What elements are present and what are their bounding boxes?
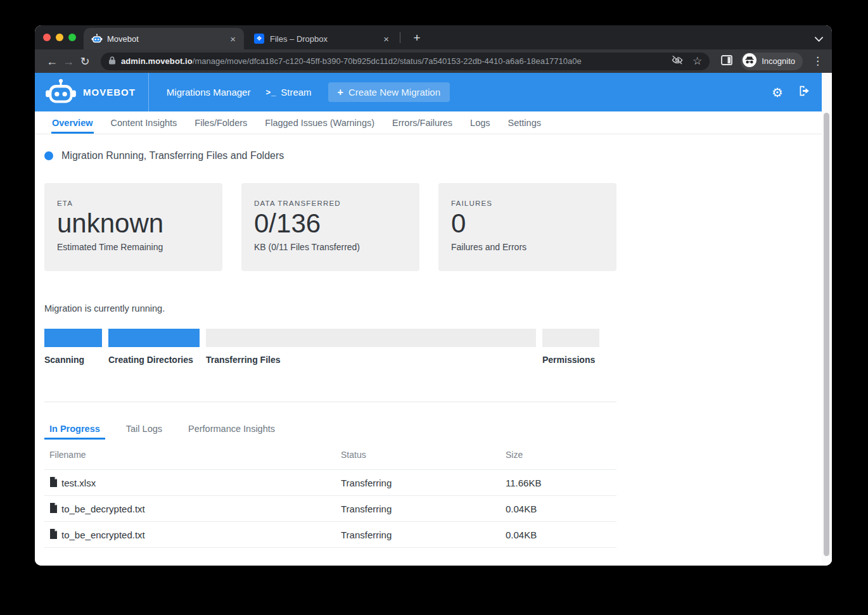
tab-overview[interactable]: Overview: [51, 111, 94, 134]
create-button-label: Create New Migration: [348, 87, 440, 98]
tab-content-insights[interactable]: Content Insights: [110, 111, 178, 134]
subtab-in-progress[interactable]: In Progress: [44, 420, 105, 440]
url-host: admin.movebot.io: [121, 56, 193, 66]
cell-filename: to_be_decrypted.txt: [61, 504, 145, 514]
lock-icon: [108, 56, 116, 67]
stage-label: Scanning: [44, 355, 102, 365]
back-button[interactable]: ←: [44, 56, 60, 67]
section-divider: [44, 402, 616, 402]
zoom-button[interactable]: [68, 34, 76, 41]
window-controls: [43, 34, 76, 41]
file-icon: [49, 503, 58, 515]
card-label: FAILURES: [451, 200, 604, 207]
stage-progress-bar: [206, 329, 536, 347]
cell-size: 0.04KB: [506, 504, 616, 514]
movebot-logo-icon: [45, 79, 77, 106]
browser-menu-icon[interactable]: ⋮: [812, 54, 823, 68]
nav-stream-label: Stream: [281, 87, 311, 98]
tab-logs[interactable]: Logs: [469, 111, 490, 134]
browser-window: Movebot × ❖ Files – Dropbox × + ← → ↻: [35, 25, 832, 566]
detail-tab-bar: In Progress Tail Logs Performance Insigh…: [44, 420, 616, 440]
stage-progress-bar: [108, 329, 200, 347]
tab-title: Files – Dropbox: [270, 34, 381, 44]
status-dot-icon: [44, 151, 53, 160]
nav-stream[interactable]: >_ Stream: [265, 87, 311, 98]
failures-card: FAILURES 0 Failures and Errors: [438, 183, 616, 271]
card-value: 0/136: [254, 209, 407, 238]
scrollbar-thumb[interactable]: [824, 113, 829, 556]
page-scrollbar[interactable]: [822, 73, 832, 566]
header-divider: [148, 73, 149, 111]
stage-label: Permissions: [542, 355, 599, 365]
stage-transferring-files: Transferring Files: [206, 329, 536, 365]
stage-creating-directories: Creating Directories: [108, 329, 200, 365]
eta-card: ETA unknown Estimated Time Remaining: [44, 183, 222, 271]
new-tab-button[interactable]: +: [407, 29, 426, 48]
column-filename: Filename: [49, 450, 341, 460]
screen: Movebot × ❖ Files – Dropbox × + ← → ↻: [0, 0, 868, 615]
tab-flagged-issues[interactable]: Flagged Issues (Warnings): [264, 111, 375, 134]
migration-status-line: Migration Running, Transferring Files an…: [44, 151, 616, 161]
sign-out-icon[interactable]: [798, 86, 810, 99]
cell-size: 11.66KB: [506, 478, 616, 488]
table-row: to_be_encrypted.txt Transferring 0.04KB: [44, 522, 616, 548]
address-bar[interactable]: admin.movebot.io /manage/move/dfca18c7-c…: [101, 53, 710, 70]
tab-errors-failures[interactable]: Errors/Failures: [392, 111, 453, 134]
card-value: unknown: [57, 209, 210, 238]
page-tab-bar: Overview Content Insights Files/Folders …: [35, 111, 822, 134]
metric-cards: ETA unknown Estimated Time Remaining DAT…: [44, 183, 616, 271]
create-new-migration-button[interactable]: + Create New Migration: [328, 82, 450, 102]
table-row: to_be_decrypted.txt Transferring 0.04KB: [44, 496, 616, 522]
close-button[interactable]: [43, 34, 51, 41]
column-size: Size: [506, 450, 616, 460]
running-message: Migration is currently running.: [44, 303, 616, 314]
terminal-prompt-icon: >_: [265, 87, 276, 97]
tab-files-folders[interactable]: Files/Folders: [194, 111, 248, 134]
bookmark-star-icon[interactable]: ☆: [692, 54, 702, 68]
browser-tab-movebot[interactable]: Movebot ×: [84, 28, 244, 49]
subtab-tail-logs[interactable]: Tail Logs: [121, 420, 167, 440]
stage-label: Creating Directories: [108, 355, 200, 365]
nav-migrations-manager[interactable]: Migrations Manager: [167, 87, 251, 98]
reload-button[interactable]: ↻: [77, 56, 93, 67]
card-subtext: Estimated Time Remaining: [57, 242, 210, 252]
plus-icon: +: [338, 87, 343, 98]
eye-off-icon[interactable]: [671, 55, 684, 68]
stage-progress-bar: [44, 329, 102, 347]
incognito-badge: Incognito: [741, 53, 803, 70]
stage-label: Transferring Files: [206, 355, 536, 365]
app-header: MOVEBOT Migrations Manager >_ Stream + C…: [35, 73, 822, 111]
tab-search-chevron-icon[interactable]: [815, 33, 823, 44]
subtab-performance-insights[interactable]: Performance Insights: [183, 420, 280, 440]
side-panel-icon[interactable]: [721, 55, 732, 68]
card-label: DATA TRANSFERRED: [254, 200, 407, 207]
close-tab-icon[interactable]: ×: [381, 34, 391, 44]
movebot-favicon: [91, 34, 101, 44]
in-progress-table: Filename Status Size test.xlsx Transferr…: [44, 440, 616, 548]
cell-filename: test.xlsx: [61, 478, 96, 488]
browser-toolbar: ← → ↻ admin.movebot.io /manage/move/dfca…: [35, 49, 832, 73]
card-value: 0: [451, 209, 604, 238]
brand-name: MOVEBOT: [83, 87, 136, 98]
close-tab-icon[interactable]: ×: [228, 34, 238, 44]
dropbox-favicon: ❖: [254, 34, 264, 44]
card-subtext: KB (0/11 Files Transferred): [254, 242, 407, 252]
card-label: ETA: [57, 200, 210, 207]
card-subtext: Failures and Errors: [451, 242, 604, 252]
file-icon: [49, 529, 58, 541]
file-icon: [49, 477, 58, 489]
cell-filename: to_be_encrypted.txt: [61, 529, 145, 540]
migration-stages: Scanning Creating Directories Transferri…: [44, 329, 616, 365]
settings-gear-icon[interactable]: ⚙: [772, 86, 783, 99]
table-row: test.xlsx Transferring 11.66KB: [44, 470, 616, 496]
url-path: /manage/move/dfca18c7-c120-45ff-b390-70b…: [193, 56, 582, 66]
data-transferred-card: DATA TRANSFERRED 0/136 KB (0/11 Files Tr…: [241, 183, 419, 271]
table-header-row: Filename Status Size: [44, 440, 616, 470]
incognito-label: Incognito: [762, 56, 795, 66]
minimize-button[interactable]: [56, 34, 63, 41]
tab-settings[interactable]: Settings: [507, 111, 542, 134]
browser-tab-dropbox[interactable]: ❖ Files – Dropbox ×: [246, 28, 397, 49]
forward-button[interactable]: →: [60, 56, 77, 67]
tab-separator: [400, 32, 400, 43]
browser-tab-strip: Movebot × ❖ Files – Dropbox × +: [35, 25, 832, 49]
